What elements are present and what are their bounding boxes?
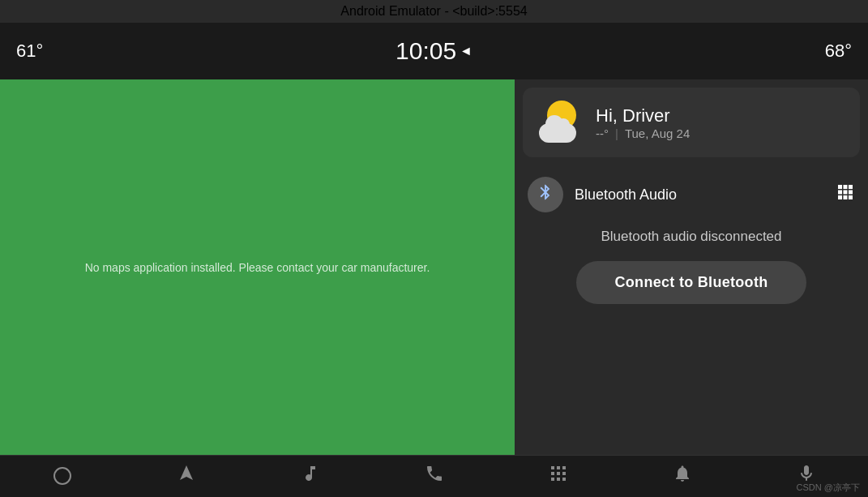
svg-rect-14 xyxy=(562,472,566,475)
greeting-divider: | xyxy=(615,126,618,140)
home-icon xyxy=(53,467,71,485)
map-panel: No maps application installed. Please co… xyxy=(0,79,515,455)
bluetooth-label: Bluetooth Audio xyxy=(575,186,677,204)
greeting-card: Hi, Driver --° | Tue, Aug 24 xyxy=(523,88,860,157)
bluetooth-icon-circle xyxy=(528,177,563,212)
weather-icon xyxy=(539,101,583,144)
svg-rect-5 xyxy=(849,191,853,195)
svg-rect-0 xyxy=(838,185,842,189)
bluetooth-icon xyxy=(537,183,554,206)
notification-icon xyxy=(673,464,692,488)
nav-phone[interactable] xyxy=(372,456,496,495)
nav-notifications[interactable] xyxy=(620,456,744,495)
svg-rect-8 xyxy=(849,195,853,199)
grid-icon[interactable] xyxy=(836,182,855,207)
status-bar-title: Android Emulator - <build>:5554 xyxy=(340,4,527,19)
temp-left: 61° xyxy=(16,41,43,62)
greeting-temp: --° xyxy=(596,126,609,140)
navigation-icon xyxy=(177,464,196,488)
svg-rect-16 xyxy=(557,478,560,481)
bluetooth-left: Bluetooth Audio xyxy=(528,177,677,212)
greeting-text: Hi, Driver --° | Tue, Aug 24 xyxy=(596,105,690,140)
svg-rect-3 xyxy=(838,191,842,195)
status-bar: Android Emulator - <build>:5554 xyxy=(0,0,868,23)
svg-rect-13 xyxy=(557,472,560,475)
signal-icon: ◄ xyxy=(460,44,472,58)
greeting-name: Hi, Driver xyxy=(596,105,690,126)
svg-rect-4 xyxy=(844,191,848,195)
main-content: No maps application installed. Please co… xyxy=(0,79,868,455)
music-icon xyxy=(301,464,320,488)
nav-apps[interactable] xyxy=(496,456,620,495)
svg-rect-17 xyxy=(562,478,566,481)
svg-rect-9 xyxy=(551,466,554,469)
svg-rect-7 xyxy=(844,195,848,199)
svg-rect-12 xyxy=(551,472,554,475)
map-message: No maps application installed. Please co… xyxy=(53,261,463,274)
greeting-date: Tue, Aug 24 xyxy=(625,126,690,140)
greeting-sub: --° | Tue, Aug 24 xyxy=(596,126,690,140)
phone-icon xyxy=(425,464,444,488)
clock-area: 10:05 ◄ xyxy=(396,37,472,65)
nav-navigation[interactable] xyxy=(124,456,248,495)
svg-rect-15 xyxy=(551,478,554,481)
nav-home[interactable] xyxy=(0,456,124,495)
svg-rect-2 xyxy=(849,185,853,189)
watermark: CSDN @凉亭下 xyxy=(797,482,860,494)
bluetooth-header: Bluetooth Audio xyxy=(523,165,860,221)
svg-rect-6 xyxy=(838,195,842,199)
temp-right: 68° xyxy=(825,41,852,62)
nav-bar: CSDN @凉亭下 xyxy=(0,455,868,495)
connect-bluetooth-button[interactable]: Connect to Bluetooth xyxy=(576,261,807,304)
svg-rect-10 xyxy=(557,466,560,469)
svg-rect-11 xyxy=(562,466,566,469)
cloud-shape xyxy=(539,123,576,143)
top-header: 61° 10:05 ◄ 68° xyxy=(0,23,868,79)
apps-icon xyxy=(549,464,568,488)
clock-display: 10:05 xyxy=(396,37,456,65)
bluetooth-status: Bluetooth audio disconnected xyxy=(601,229,781,245)
info-panel: Hi, Driver --° | Tue, Aug 24 xyxy=(515,79,868,455)
nav-music[interactable] xyxy=(248,456,372,495)
bluetooth-section: Bluetooth Audio xyxy=(523,165,860,312)
svg-rect-1 xyxy=(844,185,848,189)
